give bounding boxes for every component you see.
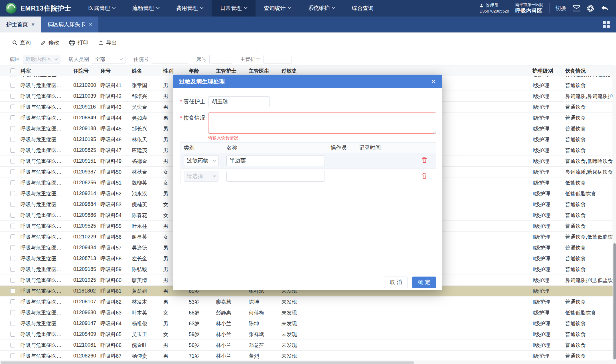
vertical-scrollbar-thumb[interactable] — [613, 243, 616, 359]
switch-ward-button[interactable]: 切换 — [550, 3, 566, 13]
trash-icon[interactable] — [422, 173, 427, 180]
trash-icon[interactable] — [422, 157, 427, 165]
confirm-button[interactable]: 确 定 — [412, 277, 436, 288]
diet-error-text: 请输入饮食情况 — [208, 135, 238, 141]
row-checkbox[interactable] — [10, 191, 15, 196]
close-icon[interactable]: × — [431, 77, 436, 86]
cell-id: 01208849 — [70, 113, 97, 123]
nav-menu-2[interactable]: 流动管理 — [124, 0, 168, 17]
tab-close-icon[interactable]: × — [89, 21, 92, 28]
row-checkbox[interactable] — [10, 148, 15, 153]
chevron-down-icon — [288, 5, 291, 9]
row-checkbox[interactable] — [10, 234, 15, 239]
row-checkbox[interactable] — [10, 126, 15, 131]
row-checkbox[interactable] — [10, 94, 15, 99]
table-row[interactable]: 呼吸与危重症医学科01210081呼吸科66倪金旺男56岁林小兰郑意萍未发现Ⅱ级… — [0, 340, 613, 351]
row-checkbox[interactable] — [10, 224, 15, 228]
row-checkbox[interactable] — [10, 115, 15, 120]
exit-back-icon[interactable] — [601, 5, 609, 12]
toolbar: 查询修改打印导出 — [0, 32, 616, 53]
row-checkbox[interactable] — [10, 76, 15, 77]
row-checkbox[interactable] — [10, 310, 15, 315]
column-header-name: 姓名 — [128, 66, 160, 76]
column-header-id: 住院号 — [70, 66, 97, 76]
cancel-button[interactable]: 取 消 — [384, 277, 408, 288]
row-checkbox[interactable] — [10, 278, 15, 283]
cell-diet: 普通饮食 — [562, 253, 613, 264]
cell-level: Ⅰ级护理 — [529, 167, 562, 177]
nav-menu-7[interactable]: 综合查询 — [343, 0, 382, 17]
nav-menu-4[interactable]: 日常管理 — [212, 0, 256, 17]
nav-menu-1[interactable]: 医嘱管理 — [80, 0, 124, 17]
allergy-name-input[interactable] — [226, 155, 325, 166]
cell-gender: 女 — [160, 307, 185, 318]
allergy-name-input[interactable] — [226, 171, 325, 182]
row-checkbox[interactable] — [10, 83, 15, 88]
row-checkbox[interactable] — [10, 267, 15, 272]
cell-dept: 呼吸与危重症医学科 — [17, 177, 70, 188]
row-checkbox[interactable] — [10, 321, 15, 326]
cell-diet: 鼻饲流质,鼻饲流质护理 — [562, 76, 613, 80]
tab-1[interactable]: 护士首页× — [0, 17, 41, 32]
bed-no-input[interactable] — [209, 55, 232, 64]
row-checkbox[interactable] — [10, 299, 15, 304]
query-button[interactable]: 查询 — [12, 39, 31, 46]
category-select[interactable]: 请选择 — [184, 171, 218, 182]
table-row[interactable]: 呼吸与危重症医学科01205409呼吸科65吴玉卫女59岁林小兰张祥斌未发现Ⅱ级… — [0, 329, 613, 340]
mail-icon[interactable] — [573, 5, 580, 11]
row-checkbox[interactable] — [10, 213, 15, 218]
cell-doctor: 董烈 — [245, 351, 278, 361]
responsible-nurse-input[interactable] — [208, 96, 270, 107]
nav-menu-3[interactable]: 费用管理 — [168, 0, 212, 17]
cell-level: Ⅰ级护理 — [529, 351, 562, 361]
horizontal-scrollbar[interactable] — [0, 361, 613, 364]
row-checkbox[interactable] — [10, 169, 15, 174]
ward-select[interactable]: 呼吸内科区 — [23, 55, 60, 64]
row-checkbox[interactable] — [10, 256, 15, 261]
user-code: D350702005520 — [479, 9, 509, 14]
tab-close-icon[interactable]: × — [31, 21, 35, 28]
row-checkbox[interactable] — [10, 180, 15, 185]
table-row[interactable]: 呼吸与危重症医学科01209630呼吸科63叶木英女68岁彭静惠何傅梅未发现Ⅰ级… — [0, 307, 613, 318]
cell-id: 01209886 — [70, 210, 97, 220]
cell-id: 01209525 — [70, 221, 97, 231]
print-button[interactable]: 打印 — [69, 39, 88, 46]
vertical-scrollbar[interactable] — [613, 66, 616, 361]
chief-nurse-input[interactable] — [264, 55, 291, 64]
category-select[interactable]: 过敏药物 — [184, 155, 218, 166]
cell-dept: 呼吸与危重症医学科 — [17, 134, 70, 145]
cell-name: 叶木英 — [128, 307, 160, 318]
admission-no-input[interactable] — [152, 55, 188, 64]
patient-type-select[interactable]: 全部 — [92, 55, 125, 64]
table-row[interactable]: 呼吸与危重症医学科01209147呼吸科64杨祖俊男63岁林小兰陈坤未发现Ⅱ级护… — [0, 318, 613, 329]
row-checkbox[interactable] — [10, 289, 15, 293]
admission-no-label: 住院号 — [133, 56, 149, 63]
row-checkbox[interactable] — [10, 159, 15, 163]
nav-menu-5[interactable]: 查询统计 — [256, 0, 299, 17]
export-button[interactable]: 导出 — [98, 39, 117, 46]
nav-menu-6[interactable]: 系统维护 — [299, 0, 343, 17]
row-checkbox[interactable] — [10, 105, 15, 109]
cell-gap — [311, 340, 529, 350]
tab-2[interactable]: 病区病人床头卡× — [41, 17, 98, 32]
row-checkbox[interactable] — [10, 343, 15, 347]
ward-select-value: 呼吸内科区 — [26, 56, 52, 63]
modify-button[interactable]: 修改 — [40, 39, 59, 46]
table-row[interactable]: 呼吸与危重症医学科01208260呼吸科67杨仰贵男71岁林小兰董烈未发现Ⅰ级护… — [0, 351, 613, 361]
layout-grid-icon[interactable] — [603, 21, 616, 28]
row-checkbox[interactable] — [10, 245, 15, 250]
row-check-cell — [0, 253, 17, 264]
row-checkbox[interactable] — [10, 332, 15, 337]
horizontal-scrollbar-thumb[interactable] — [1, 361, 414, 364]
cell-diet: 普通饮食,低嘌呤饮食 — [562, 156, 613, 166]
row-checkbox[interactable] — [10, 353, 15, 358]
cell-level: Ⅱ级护理 — [529, 242, 562, 253]
row-checkbox[interactable] — [10, 137, 15, 142]
diet-textarea[interactable] — [208, 113, 436, 134]
row-checkbox[interactable] — [10, 202, 15, 207]
gear-icon[interactable] — [587, 5, 594, 12]
table-row[interactable]: 呼吸与危重症医学科01208107呼吸科62林发木男53岁廖嘉慧陈坤未发现Ⅱ级护… — [0, 296, 613, 307]
user-block[interactable]: 管理员 D350702005520 — [479, 3, 509, 14]
cell-bed: 呼吸科61 — [97, 286, 128, 296]
select-all-checkbox[interactable] — [10, 68, 15, 73]
